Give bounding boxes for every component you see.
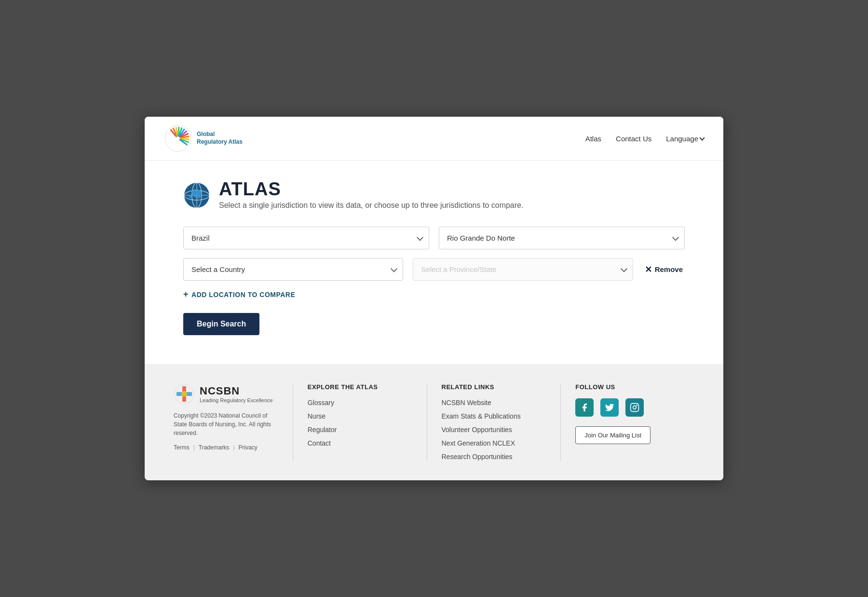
related-title: RELATED LINKS bbox=[442, 383, 546, 391]
logo[interactable]: Global Regulatory Atlas bbox=[164, 124, 243, 152]
volunteer-link[interactable]: Volunteer Opportunities bbox=[442, 426, 512, 434]
province-select-2[interactable]: Select a Province/State bbox=[413, 258, 633, 281]
province-select-1-wrapper: Rio Grande Do Norte São Paulo Rio de Jan… bbox=[439, 227, 685, 249]
list-item: Glossary bbox=[308, 398, 412, 407]
country-select-2[interactable]: Select a Country United States Canada Br… bbox=[183, 258, 403, 281]
remove-button[interactable]: ✕ Remove bbox=[643, 260, 685, 279]
svg-point-23 bbox=[633, 406, 637, 409]
research-link[interactable]: Research Opportunities bbox=[442, 453, 513, 461]
list-item: Exam Stats & Publications bbox=[442, 412, 546, 421]
ncsbn-website-link[interactable]: NCSBN Website bbox=[442, 399, 491, 407]
social-icons bbox=[575, 398, 680, 417]
mailing-list-button[interactable]: Join Our Mailing List bbox=[575, 426, 651, 444]
explore-links: Glossary Nurse Regulator Contact bbox=[308, 398, 412, 448]
close-icon: ✕ bbox=[645, 264, 652, 275]
ncsbn-logo-area: NCSBN Leading Regulatory Excellence bbox=[174, 383, 278, 405]
list-item: Nurse bbox=[308, 412, 412, 421]
list-item: Contact bbox=[308, 439, 412, 448]
site-footer: NCSBN Leading Regulatory Excellence Copy… bbox=[145, 364, 723, 480]
terms-link[interactable]: Terms bbox=[174, 444, 190, 451]
logo-text: Global Regulatory Atlas bbox=[197, 131, 243, 146]
separator: | bbox=[233, 444, 234, 451]
list-item: Research Opportunities bbox=[442, 452, 546, 461]
country-select-1[interactable]: Brazil United States Canada bbox=[183, 227, 429, 249]
ncsbn-tagline: Leading Regulatory Excellence bbox=[200, 397, 273, 403]
privacy-link[interactable]: Privacy bbox=[239, 444, 258, 451]
trademarks-link[interactable]: Trademarks bbox=[199, 444, 230, 451]
separator: | bbox=[193, 444, 195, 451]
follow-title: FOLLOW US bbox=[575, 383, 680, 391]
footer-col-related: RELATED LINKS NCSBN Website Exam Stats &… bbox=[427, 383, 561, 461]
province-select-1[interactable]: Rio Grande Do Norte São Paulo Rio de Jan… bbox=[439, 227, 685, 249]
main-content: ATLAS Select a single jurisdiction to vi… bbox=[145, 161, 723, 364]
globe-icon bbox=[183, 182, 210, 209]
list-item: Regulator bbox=[308, 425, 412, 434]
footer-col-ncsbn: NCSBN Leading Regulatory Excellence Copy… bbox=[174, 383, 293, 461]
svg-point-0 bbox=[165, 125, 191, 151]
nav-contact[interactable]: Contact Us bbox=[616, 135, 651, 143]
related-links: NCSBN Website Exam Stats & Publications … bbox=[442, 398, 546, 461]
svg-point-24 bbox=[637, 405, 638, 406]
contact-link[interactable]: Contact bbox=[308, 439, 331, 447]
nurse-link[interactable]: Nurse bbox=[308, 412, 326, 420]
footer-legal: Terms | Trademarks | Privacy bbox=[174, 444, 278, 451]
plus-icon: + bbox=[183, 289, 189, 299]
location-row-1: Brazil United States Canada Rio Grande D… bbox=[183, 227, 685, 249]
footer-copyright: Copyright ©2023 National Council of Stat… bbox=[174, 411, 278, 437]
page-title: ATLAS bbox=[219, 180, 523, 198]
regulator-link[interactable]: Regulator bbox=[308, 426, 337, 434]
svg-point-21 bbox=[181, 391, 187, 397]
svg-rect-22 bbox=[631, 404, 639, 412]
nav-atlas[interactable]: Atlas bbox=[585, 135, 601, 143]
main-nav: Atlas Contact Us Language bbox=[585, 135, 704, 143]
ncsbn-logo-icon bbox=[174, 383, 195, 405]
glossary-link[interactable]: Glossary bbox=[308, 399, 334, 407]
list-item: NCSBN Website bbox=[442, 398, 546, 407]
explore-title: EXPLORE THE ATLAS bbox=[308, 383, 412, 391]
atlas-header: ATLAS Select a single jurisdiction to vi… bbox=[183, 180, 685, 210]
list-item: Volunteer Opportunities bbox=[442, 425, 546, 434]
twitter-icon[interactable] bbox=[600, 398, 619, 417]
logo-icon bbox=[164, 124, 192, 152]
list-item: Next Generation NCLEX bbox=[442, 439, 546, 448]
facebook-icon[interactable] bbox=[575, 398, 594, 417]
country-select-2-wrapper: Select a Country United States Canada Br… bbox=[183, 258, 403, 281]
country-select-1-wrapper: Brazil United States Canada bbox=[183, 227, 429, 249]
province-select-2-wrapper: Select a Province/State bbox=[413, 258, 633, 281]
footer-col-explore: EXPLORE THE ATLAS Glossary Nurse Regulat… bbox=[293, 383, 427, 461]
page-subtitle: Select a single jurisdiction to view its… bbox=[219, 201, 523, 210]
instagram-icon[interactable] bbox=[625, 398, 644, 417]
site-header: Global Regulatory Atlas Atlas Contact Us… bbox=[145, 117, 723, 161]
location-row-2: Select a Country United States Canada Br… bbox=[183, 258, 685, 281]
footer-col-follow: FOLLOW US Join Our Mailing List bbox=[561, 383, 694, 461]
exam-stats-link[interactable]: Exam Stats & Publications bbox=[442, 412, 521, 420]
begin-search-button[interactable]: Begin Search bbox=[183, 313, 259, 335]
nclex-link[interactable]: Next Generation NCLEX bbox=[442, 439, 515, 447]
ncsbn-name: NCSBN bbox=[200, 385, 273, 397]
nav-language[interactable]: Language bbox=[666, 135, 704, 143]
chevron-down-icon bbox=[699, 135, 705, 140]
add-location-button[interactable]: + ADD LOCATION TO COMPARE bbox=[183, 289, 295, 299]
